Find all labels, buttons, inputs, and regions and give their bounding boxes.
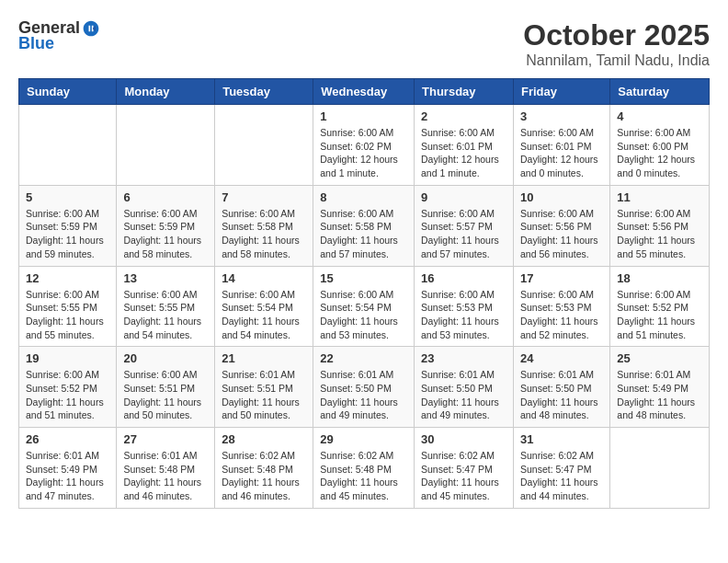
- col-sunday: Sunday: [19, 79, 117, 105]
- sunset-text: Sunset: 5:58 PM: [320, 221, 392, 232]
- col-monday: Monday: [117, 79, 215, 105]
- sunrise-text: Sunrise: 6:01 AM: [520, 369, 594, 380]
- calendar-header-row: Sunday Monday Tuesday Wednesday Thursday…: [19, 79, 710, 105]
- day-number: 19: [26, 351, 109, 365]
- table-row: 7 Sunrise: 6:00 AM Sunset: 5:58 PM Dayli…: [215, 185, 313, 266]
- daylight-text: Daylight: 11 hours and 46 minutes.: [123, 477, 201, 501]
- table-row: 12 Sunrise: 6:00 AM Sunset: 5:55 PM Dayl…: [19, 266, 117, 347]
- sunset-text: Sunset: 5:47 PM: [520, 464, 592, 475]
- day-info: Sunrise: 6:00 AM Sunset: 5:56 PM Dayligh…: [617, 207, 702, 261]
- daylight-text: Daylight: 11 hours and 55 minutes.: [617, 235, 695, 259]
- sunrise-text: Sunrise: 6:00 AM: [320, 127, 393, 138]
- sunrise-text: Sunrise: 6:00 AM: [320, 289, 393, 300]
- sunrise-text: Sunrise: 6:00 AM: [617, 127, 690, 138]
- daylight-text: Daylight: 11 hours and 51 minutes.: [617, 316, 695, 340]
- daylight-text: Daylight: 11 hours and 58 minutes.: [222, 235, 300, 259]
- table-row: 5 Sunrise: 6:00 AM Sunset: 5:59 PM Dayli…: [19, 185, 117, 266]
- daylight-text: Daylight: 11 hours and 45 minutes.: [320, 477, 398, 501]
- sunrise-text: Sunrise: 6:01 AM: [123, 450, 197, 461]
- table-row: [215, 105, 313, 186]
- day-number: 24: [520, 351, 603, 365]
- day-info: Sunrise: 6:00 AM Sunset: 5:54 PM Dayligh…: [222, 288, 306, 342]
- sunrise-text: Sunrise: 6:00 AM: [520, 127, 594, 138]
- day-info: Sunrise: 6:00 AM Sunset: 5:52 PM Dayligh…: [617, 288, 702, 342]
- day-info: Sunrise: 6:00 AM Sunset: 6:01 PM Dayligh…: [421, 126, 506, 180]
- sunset-text: Sunset: 5:50 PM: [320, 383, 392, 394]
- sunrise-text: Sunrise: 6:00 AM: [421, 289, 495, 300]
- sunset-text: Sunset: 5:54 PM: [222, 302, 293, 313]
- day-number: 10: [520, 190, 603, 204]
- sunset-text: Sunset: 5:53 PM: [421, 302, 493, 313]
- sunset-text: Sunset: 6:00 PM: [617, 141, 688, 152]
- sunrise-text: Sunrise: 6:02 AM: [320, 450, 393, 461]
- sunset-text: Sunset: 5:52 PM: [617, 302, 688, 313]
- sunrise-text: Sunrise: 6:01 AM: [26, 450, 99, 461]
- day-number: 13: [123, 271, 208, 285]
- col-wednesday: Wednesday: [313, 79, 415, 105]
- sunset-text: Sunset: 6:02 PM: [320, 141, 392, 152]
- calendar-table: Sunday Monday Tuesday Wednesday Thursday…: [18, 78, 710, 509]
- table-row: 16 Sunrise: 6:00 AM Sunset: 5:53 PM Dayl…: [415, 266, 514, 347]
- day-number: 6: [123, 190, 208, 204]
- sunset-text: Sunset: 6:01 PM: [520, 141, 592, 152]
- logo: General Blue: [18, 18, 100, 53]
- month-title: October 2025: [523, 18, 710, 52]
- sunset-text: Sunset: 5:54 PM: [320, 302, 392, 313]
- sunset-text: Sunset: 5:52 PM: [26, 383, 97, 394]
- day-info: Sunrise: 6:00 AM Sunset: 5:58 PM Dayligh…: [320, 207, 407, 261]
- sunset-text: Sunset: 6:01 PM: [421, 141, 493, 152]
- table-row: 8 Sunrise: 6:00 AM Sunset: 5:58 PM Dayli…: [313, 185, 415, 266]
- sunset-text: Sunset: 5:53 PM: [520, 302, 592, 313]
- col-friday: Friday: [513, 79, 609, 105]
- table-row: 2 Sunrise: 6:00 AM Sunset: 6:01 PM Dayli…: [415, 105, 514, 186]
- day-number: 9: [421, 190, 506, 204]
- table-row: 30 Sunrise: 6:02 AM Sunset: 5:47 PM Dayl…: [415, 428, 514, 509]
- sunset-text: Sunset: 5:58 PM: [222, 221, 293, 232]
- sunrise-text: Sunrise: 6:02 AM: [421, 450, 495, 461]
- table-row: 18 Sunrise: 6:00 AM Sunset: 5:52 PM Dayl…: [610, 266, 710, 347]
- sunrise-text: Sunrise: 6:00 AM: [222, 289, 295, 300]
- day-number: 27: [123, 432, 208, 446]
- table-row: 13 Sunrise: 6:00 AM Sunset: 5:55 PM Dayl…: [117, 266, 215, 347]
- day-info: Sunrise: 6:01 AM Sunset: 5:49 PM Dayligh…: [26, 449, 109, 503]
- sunrise-text: Sunrise: 6:00 AM: [123, 289, 197, 300]
- logo-blue: Blue: [18, 34, 54, 53]
- table-row: 28 Sunrise: 6:02 AM Sunset: 5:48 PM Dayl…: [215, 428, 313, 509]
- daylight-text: Daylight: 11 hours and 51 minutes.: [26, 396, 104, 421]
- sunrise-text: Sunrise: 6:00 AM: [26, 369, 99, 380]
- table-row: 17 Sunrise: 6:00 AM Sunset: 5:53 PM Dayl…: [513, 266, 609, 347]
- sunrise-text: Sunrise: 6:00 AM: [421, 208, 495, 219]
- daylight-text: Daylight: 11 hours and 57 minutes.: [320, 235, 398, 259]
- day-info: Sunrise: 6:00 AM Sunset: 5:57 PM Dayligh…: [421, 207, 506, 261]
- calendar-week-row: 1 Sunrise: 6:00 AM Sunset: 6:02 PM Dayli…: [19, 105, 710, 186]
- day-number: 28: [222, 432, 306, 446]
- day-info: Sunrise: 6:00 AM Sunset: 5:55 PM Dayligh…: [123, 288, 208, 342]
- table-row: 15 Sunrise: 6:00 AM Sunset: 5:54 PM Dayl…: [313, 266, 415, 347]
- col-thursday: Thursday: [415, 79, 514, 105]
- day-info: Sunrise: 6:02 AM Sunset: 5:47 PM Dayligh…: [421, 449, 506, 503]
- sunset-text: Sunset: 5:48 PM: [222, 464, 293, 475]
- daylight-text: Daylight: 11 hours and 44 minutes.: [520, 477, 598, 501]
- sunset-text: Sunset: 5:56 PM: [617, 221, 688, 232]
- table-row: 25 Sunrise: 6:01 AM Sunset: 5:49 PM Dayl…: [610, 347, 710, 428]
- sunset-text: Sunset: 5:55 PM: [26, 302, 97, 313]
- sunrise-text: Sunrise: 6:00 AM: [26, 289, 99, 300]
- sunset-text: Sunset: 5:51 PM: [123, 383, 195, 394]
- day-number: 29: [320, 432, 407, 446]
- day-info: Sunrise: 6:02 AM Sunset: 5:48 PM Dayligh…: [222, 449, 306, 503]
- daylight-text: Daylight: 11 hours and 48 minutes.: [520, 396, 598, 421]
- table-row: 26 Sunrise: 6:01 AM Sunset: 5:49 PM Dayl…: [19, 428, 117, 509]
- table-row: [610, 428, 710, 509]
- table-row: 14 Sunrise: 6:00 AM Sunset: 5:54 PM Dayl…: [215, 266, 313, 347]
- daylight-text: Daylight: 11 hours and 45 minutes.: [421, 477, 499, 501]
- sunrise-text: Sunrise: 6:00 AM: [123, 208, 197, 219]
- daylight-text: Daylight: 12 hours and 0 minutes.: [617, 154, 695, 178]
- day-number: 26: [26, 432, 109, 446]
- day-number: 21: [222, 351, 306, 365]
- daylight-text: Daylight: 11 hours and 57 minutes.: [421, 235, 499, 259]
- page-header: General Blue October 2025 Nannilam, Tami…: [18, 18, 710, 69]
- day-info: Sunrise: 6:01 AM Sunset: 5:49 PM Dayligh…: [617, 368, 702, 422]
- daylight-text: Daylight: 12 hours and 1 minute.: [320, 154, 398, 178]
- table-row: 6 Sunrise: 6:00 AM Sunset: 5:59 PM Dayli…: [117, 185, 215, 266]
- table-row: 31 Sunrise: 6:02 AM Sunset: 5:47 PM Dayl…: [513, 428, 609, 509]
